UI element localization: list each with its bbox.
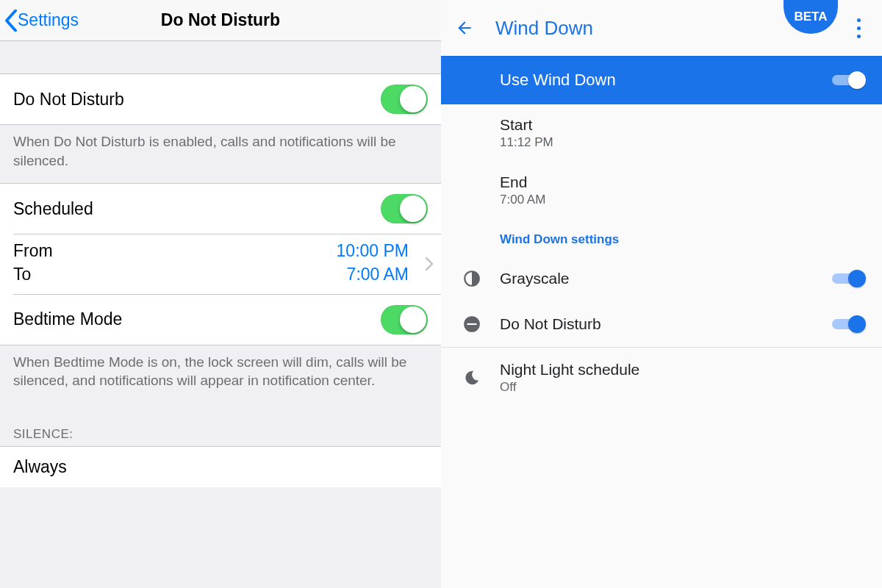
always-row[interactable]: Always — [0, 446, 441, 487]
always-label: Always — [13, 457, 67, 477]
ios-settings-screen: Settings Do Not Disturb Do Not Disturb W… — [0, 0, 441, 588]
end-value: 7:00 AM — [500, 193, 864, 207]
bedtime-label: Bedtime Mode — [13, 309, 122, 329]
grayscale-label: Grayscale — [500, 270, 832, 287]
schedule-time-row[interactable]: From To 10:00 PM 7:00 AM — [0, 234, 441, 293]
chevron-left-icon — [4, 10, 18, 32]
night-light-label: Night Light schedule — [500, 361, 864, 379]
use-wind-down-toggle[interactable] — [832, 73, 864, 87]
arrow-left-icon — [455, 18, 474, 37]
android-appbar: Wind Down BETA — [441, 0, 882, 56]
dnd-row[interactable]: Do Not Disturb — [0, 74, 441, 125]
page-title: Wind Down — [495, 17, 593, 40]
beta-badge: BETA — [784, 0, 838, 34]
use-wind-down-banner[interactable]: Use Wind Down — [441, 56, 882, 104]
to-label: To — [13, 262, 53, 286]
do-not-disturb-icon — [456, 315, 488, 334]
chevron-right-icon — [425, 257, 434, 271]
svg-rect-2 — [467, 323, 477, 325]
start-label: Start — [500, 116, 864, 134]
scheduled-block: Scheduled From To 10:00 PM 7:00 AM Bedti… — [0, 183, 441, 345]
scheduled-label: Scheduled — [13, 199, 93, 219]
android-wind-down-screen: Wind Down BETA Use Wind Down Start 11:12… — [441, 0, 882, 588]
start-row[interactable]: Start 11:12 PM — [500, 104, 882, 162]
overflow-button[interactable] — [841, 10, 876, 46]
bedtime-row[interactable]: Bedtime Mode — [0, 295, 441, 345]
dnd-label: Do Not Disturb — [13, 90, 124, 110]
end-label: End — [500, 173, 864, 191]
silence-header: SILENCE: — [0, 404, 441, 446]
grayscale-icon — [456, 269, 488, 288]
bedtime-footer: When Bedtime Mode is on, the lock screen… — [0, 345, 441, 404]
scheduled-toggle[interactable] — [381, 194, 428, 223]
night-light-value: Off — [500, 380, 864, 395]
back-button[interactable] — [447, 10, 482, 46]
wind-down-settings-header: Wind Down settings — [500, 219, 882, 256]
night-light-row[interactable]: Night Light schedule Off — [441, 348, 882, 408]
grayscale-row[interactable]: Grayscale — [441, 256, 882, 301]
more-vert-icon — [857, 16, 861, 40]
back-button[interactable]: Settings — [0, 10, 79, 32]
start-value: 11:12 PM — [500, 135, 864, 150]
back-label: Settings — [18, 10, 79, 30]
ios-navbar: Settings Do Not Disturb — [0, 0, 441, 41]
moon-icon — [456, 368, 488, 387]
end-row[interactable]: End 7:00 AM — [500, 162, 882, 219]
dnd-label: Do Not Disturb — [500, 315, 832, 333]
dnd-toggle[interactable] — [381, 85, 428, 114]
dnd-toggle[interactable] — [832, 317, 864, 331]
bedtime-toggle[interactable] — [381, 305, 428, 334]
from-value: 10:00 PM — [337, 239, 409, 262]
use-wind-down-label: Use Wind Down — [500, 71, 616, 90]
to-value: 7:00 AM — [337, 262, 409, 286]
from-label: From — [13, 239, 53, 262]
grayscale-toggle[interactable] — [832, 271, 864, 286]
dnd-row[interactable]: Do Not Disturb — [441, 301, 882, 347]
dnd-footer: When Do Not Disturb is enabled, calls an… — [0, 125, 441, 183]
scheduled-row[interactable]: Scheduled — [0, 184, 441, 234]
